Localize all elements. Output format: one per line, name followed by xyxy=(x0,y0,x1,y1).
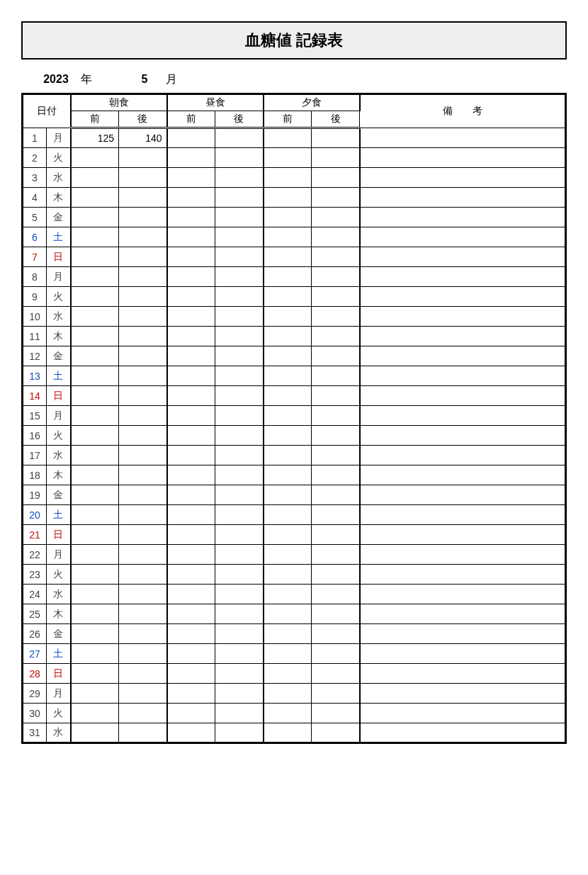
cell-notes xyxy=(360,624,566,644)
cell-di-before xyxy=(264,307,312,327)
cell-dow: 木 xyxy=(47,188,71,208)
cell-di-after xyxy=(312,485,360,505)
cell-dow: 土 xyxy=(47,644,71,664)
cell-bf-before xyxy=(71,545,119,565)
cell-bf-before: 125 xyxy=(71,128,119,148)
cell-di-before xyxy=(264,505,312,525)
cell-di-before xyxy=(264,208,312,227)
table-row: 24水 xyxy=(23,585,566,604)
cell-di-after xyxy=(312,346,360,366)
cell-lu-before xyxy=(167,148,215,168)
cell-day: 24 xyxy=(23,585,47,604)
cell-di-after xyxy=(312,247,360,267)
cell-dow: 木 xyxy=(47,604,71,624)
cell-bf-before xyxy=(71,148,119,168)
table-row: 30火 xyxy=(23,704,566,723)
cell-bf-before xyxy=(71,426,119,446)
cell-lu-before xyxy=(167,624,215,644)
cell-lu-before xyxy=(167,366,215,386)
cell-lu-after xyxy=(215,684,264,704)
cell-di-after xyxy=(312,525,360,545)
cell-notes xyxy=(360,227,566,247)
cell-day: 30 xyxy=(23,704,47,723)
cell-lu-before xyxy=(167,346,215,366)
cell-di-after xyxy=(312,644,360,664)
table-row: 23火 xyxy=(23,565,566,585)
hdr-di-after: 後 xyxy=(312,111,360,128)
cell-di-before xyxy=(264,247,312,267)
cell-bf-after xyxy=(119,505,167,525)
cell-dow: 土 xyxy=(47,505,71,525)
cell-lu-after xyxy=(215,188,264,208)
year-label: 年 xyxy=(81,72,123,87)
cell-day: 23 xyxy=(23,565,47,585)
cell-notes xyxy=(360,664,566,684)
glucose-table: 日付 朝食 昼食 夕食 備 考 前 後 前 後 前 後 1月1251402火3水… xyxy=(21,93,567,744)
cell-di-before xyxy=(264,465,312,485)
month-value: 5 xyxy=(123,73,166,86)
cell-notes xyxy=(360,366,566,386)
cell-day: 5 xyxy=(23,208,47,227)
cell-day: 19 xyxy=(23,485,47,505)
hdr-notes: 備 考 xyxy=(360,94,566,128)
cell-dow: 月 xyxy=(47,545,71,565)
cell-notes xyxy=(360,723,566,743)
cell-dow: 金 xyxy=(47,346,71,366)
cell-di-after xyxy=(312,406,360,426)
cell-notes xyxy=(360,128,566,148)
cell-di-before xyxy=(264,644,312,664)
cell-dow: 金 xyxy=(47,208,71,227)
cell-bf-after xyxy=(119,267,167,287)
cell-di-after xyxy=(312,426,360,446)
cell-bf-after xyxy=(119,188,167,208)
cell-lu-after xyxy=(215,327,264,346)
table-row: 21日 xyxy=(23,525,566,545)
cell-bf-before xyxy=(71,247,119,267)
cell-lu-after xyxy=(215,644,264,664)
cell-dow: 土 xyxy=(47,366,71,386)
cell-day: 13 xyxy=(23,366,47,386)
cell-day: 6 xyxy=(23,227,47,247)
cell-notes xyxy=(360,704,566,723)
cell-bf-after xyxy=(119,386,167,406)
cell-notes xyxy=(360,346,566,366)
cell-bf-after xyxy=(119,684,167,704)
table-row: 9火 xyxy=(23,287,566,307)
cell-bf-after xyxy=(119,624,167,644)
cell-notes xyxy=(360,148,566,168)
cell-bf-before xyxy=(71,327,119,346)
cell-di-before xyxy=(264,327,312,346)
table-row: 12金 xyxy=(23,346,566,366)
cell-dow: 火 xyxy=(47,565,71,585)
cell-lu-before xyxy=(167,505,215,525)
cell-di-after xyxy=(312,307,360,327)
cell-di-before xyxy=(264,565,312,585)
cell-di-before xyxy=(264,406,312,426)
table-row: 2火 xyxy=(23,148,566,168)
cell-notes xyxy=(360,386,566,406)
cell-bf-before xyxy=(71,624,119,644)
cell-di-before xyxy=(264,525,312,545)
cell-di-before xyxy=(264,704,312,723)
cell-lu-before xyxy=(167,307,215,327)
cell-bf-after xyxy=(119,247,167,267)
cell-bf-after xyxy=(119,585,167,604)
cell-di-before xyxy=(264,585,312,604)
cell-lu-before xyxy=(167,406,215,426)
cell-bf-after xyxy=(119,446,167,465)
cell-lu-after xyxy=(215,446,264,465)
cell-notes xyxy=(360,485,566,505)
cell-di-before xyxy=(264,287,312,307)
cell-notes xyxy=(360,168,566,188)
cell-day: 1 xyxy=(23,128,47,148)
cell-day: 16 xyxy=(23,426,47,446)
cell-notes xyxy=(360,287,566,307)
cell-bf-after xyxy=(119,307,167,327)
cell-lu-after xyxy=(215,624,264,644)
cell-lu-after xyxy=(215,168,264,188)
cell-lu-after xyxy=(215,465,264,485)
cell-di-after xyxy=(312,208,360,227)
cell-di-after xyxy=(312,366,360,386)
cell-lu-after xyxy=(215,704,264,723)
table-row: 5金 xyxy=(23,208,566,227)
